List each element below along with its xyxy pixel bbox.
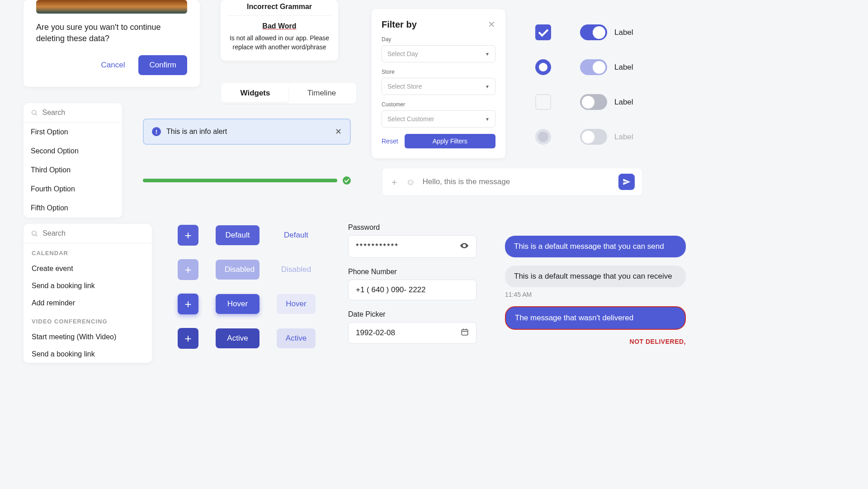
dialog-actions: Cancel Confirm xyxy=(36,55,187,75)
toggle-off[interactable] xyxy=(580,94,607,110)
toggle-label: Label xyxy=(614,28,633,37)
tabs-segment: Widgets Timeline xyxy=(221,83,356,104)
svg-line-3 xyxy=(36,235,37,236)
calendar-icon[interactable] xyxy=(461,328,469,338)
info-icon: ! xyxy=(152,127,161,136)
phone-label: Phone Number xyxy=(348,268,476,276)
apply-filters-button[interactable]: Apply Filters xyxy=(405,134,495,148)
plus-icon[interactable]: ＋ xyxy=(390,176,399,188)
search-icon xyxy=(31,109,38,117)
search-field[interactable] xyxy=(24,103,122,123)
filter-store-label: Store xyxy=(382,69,495,75)
filter-store-select[interactable]: Select Store▼ xyxy=(382,78,495,95)
grammar-bad-word: Bad Word xyxy=(262,22,296,30)
list-item[interactable]: First Option xyxy=(24,123,122,142)
chevron-down-icon: ▼ xyxy=(485,117,490,122)
date-field-wrap[interactable]: 1992-02-08 xyxy=(348,322,476,344)
send-button[interactable] xyxy=(618,174,635,190)
search-input[interactable] xyxy=(42,229,145,237)
tab-widgets[interactable]: Widgets xyxy=(222,84,288,102)
icon-button-default[interactable]: + xyxy=(178,225,198,246)
svg-point-2 xyxy=(32,231,36,235)
tab-timeline[interactable]: Timeline xyxy=(288,84,355,102)
check-icon xyxy=(343,176,351,185)
confirm-button[interactable]: Confirm xyxy=(138,55,187,75)
button-disabled: Disabled xyxy=(216,260,259,280)
text-button-default[interactable]: Default xyxy=(277,225,316,245)
button-hover[interactable]: Hover xyxy=(216,294,259,314)
checkbox-empty[interactable] xyxy=(535,94,551,110)
filter-customer-select[interactable]: Select Customer▼ xyxy=(382,110,495,128)
radio-disabled xyxy=(535,129,551,145)
close-icon[interactable]: ✕ xyxy=(488,19,495,30)
command-palette: CALENDAR Create event Send a booking lin… xyxy=(24,224,152,363)
password-input[interactable] xyxy=(356,242,460,251)
svg-rect-4 xyxy=(462,330,468,335)
text-button-active[interactable]: Active xyxy=(277,328,316,348)
message-input-bar: ＋ ☺ xyxy=(382,168,642,195)
icon-button-active[interactable]: + xyxy=(178,328,198,349)
search-options-list: First Option Second Option Third Option … xyxy=(24,103,122,218)
list-item[interactable]: Fifth Option xyxy=(24,199,122,218)
button-active[interactable]: Active xyxy=(216,328,259,348)
checkbox-checked[interactable] xyxy=(535,24,551,40)
toggles-column: Label Label Label Label xyxy=(580,24,633,145)
svg-line-1 xyxy=(36,114,37,115)
button-default[interactable]: Default xyxy=(216,225,259,245)
reset-button[interactable]: Reset xyxy=(382,138,398,145)
message-received: This is a default message that you can r… xyxy=(505,266,686,287)
icon-button-disabled: + xyxy=(178,259,198,280)
list-item[interactable]: Second Option xyxy=(24,142,122,161)
filter-title: Filter by xyxy=(382,19,417,30)
text-button-hover[interactable]: Hover xyxy=(277,294,316,314)
text-button-disabled: Disabled xyxy=(277,260,316,280)
chevron-down-icon: ▼ xyxy=(485,52,490,57)
svg-point-0 xyxy=(32,110,36,114)
filter-day-select[interactable]: Select Day▼ xyxy=(382,45,495,62)
send-icon xyxy=(623,178,631,186)
chevron-down-icon: ▼ xyxy=(485,84,490,89)
cancel-button[interactable]: Cancel xyxy=(92,55,134,75)
message-error: The message that wasn't delivered xyxy=(505,306,686,330)
search-field[interactable] xyxy=(24,224,152,243)
message-sent: This is a default message that you can s… xyxy=(505,236,686,257)
message-input[interactable] xyxy=(422,177,611,186)
toggle-on-light[interactable] xyxy=(580,59,607,75)
filter-panel: Filter by ✕ Day Select Day▼ Store Select… xyxy=(372,9,505,158)
date-label: Date Picker xyxy=(348,310,476,318)
radio-selected[interactable] xyxy=(535,59,551,75)
list-item[interactable]: Add reminder xyxy=(24,294,152,312)
info-alert: ! This is an info alert ✕ xyxy=(143,119,351,145)
filter-day-label: Day xyxy=(382,36,495,43)
list-item[interactable]: Create event xyxy=(24,260,152,277)
search-icon xyxy=(31,229,38,237)
phone-value: +1 ( 640 ) 090- 2222 xyxy=(356,285,426,294)
list-item[interactable]: Start meeting (With Video) xyxy=(24,328,152,346)
checkbox-column xyxy=(535,24,552,145)
emoji-icon[interactable]: ☺ xyxy=(406,177,415,187)
eye-icon[interactable] xyxy=(460,241,469,252)
message-timestamp: 11:45 AM xyxy=(505,291,686,298)
close-icon[interactable]: ✕ xyxy=(335,127,342,137)
grammar-popover: Incorrect Grammar Bad Word Is not all al… xyxy=(221,0,338,61)
list-item[interactable]: Send a booking link xyxy=(24,346,152,363)
toggle-label: Label xyxy=(614,133,633,142)
search-input[interactable] xyxy=(42,109,115,117)
date-value: 1992-02-08 xyxy=(356,328,395,337)
alert-text: This is an info alert xyxy=(166,128,227,136)
password-field-wrap xyxy=(348,235,476,258)
phone-field-wrap[interactable]: +1 ( 640 ) 090- 2222 xyxy=(348,280,476,300)
list-item[interactable]: Send a booking link xyxy=(24,277,152,294)
chat-messages: This is a default message that you can s… xyxy=(505,236,686,345)
form-inputs: Password Phone Number +1 ( 640 ) 090- 22… xyxy=(348,223,476,344)
toggle-disabled xyxy=(580,129,607,145)
button-states-grid: + Default Default + Disabled Disabled + … xyxy=(178,225,316,349)
list-item[interactable]: Third Option xyxy=(24,161,122,180)
category-video: VIDEO CONFERENCING xyxy=(24,312,152,328)
filter-customer-label: Customer xyxy=(382,101,495,108)
dialog-image xyxy=(36,0,187,14)
toggle-on[interactable] xyxy=(580,24,607,40)
icon-button-hover[interactable]: + xyxy=(178,294,198,314)
list-item[interactable]: Fourth Option xyxy=(24,180,122,199)
grammar-title: Incorrect Grammar xyxy=(228,3,331,16)
